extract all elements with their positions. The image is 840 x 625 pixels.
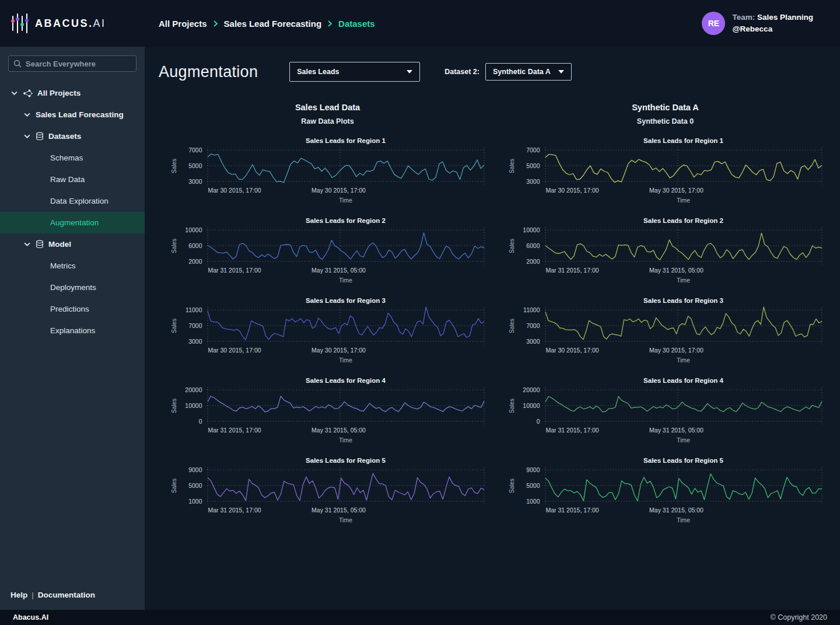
x-axis-label: Time (544, 357, 824, 364)
series-line (545, 474, 822, 501)
footer-brand[interactable]: Abacus.AI (13, 613, 48, 621)
plot-svg (544, 466, 824, 505)
x-tick: Mar 31 2015, 17:00 (208, 507, 261, 514)
search-box[interactable] (8, 55, 136, 72)
x-tick-labels: Mar 30 2015, 17:00May 30 2015, 17:00 (206, 345, 486, 354)
y-tick: 2000 (188, 258, 202, 265)
series-line (545, 154, 822, 182)
dataset2-dropdown[interactable]: Synthetic Data A (485, 63, 572, 81)
x-tick: May 31 2015, 05:00 (649, 507, 704, 514)
chart-left: Sales Leads for Region 2Sales10000600020… (170, 217, 486, 284)
y-tick: 10000 (185, 402, 202, 409)
help-link[interactable]: Help (10, 591, 27, 599)
chart-title: Sales Leads for Region 4 (544, 377, 824, 384)
y-tick: 5000 (188, 482, 202, 489)
documentation-link[interactable]: Documentation (38, 591, 95, 599)
y-axis-label: Sales (508, 386, 516, 425)
y-tick: 7000 (188, 146, 202, 153)
x-tick: Mar 31 2015, 17:00 (546, 427, 599, 434)
y-tick: 1000 (526, 498, 540, 505)
chevron-down-icon (23, 132, 31, 140)
series-line (208, 396, 484, 412)
sidebar-item-all-projects[interactable]: All Projects (0, 82, 145, 104)
brand-logo[interactable]: ABACUS.AI (0, 13, 145, 34)
x-tick-labels: Mar 30 2015, 17:00May 30 2015, 17:00 (206, 186, 486, 194)
chart-title: Sales Leads for Region 4 (206, 377, 486, 384)
footer-bar: Abacus.AI © Copyright 2020 (0, 610, 840, 625)
x-axis-label: Time (544, 437, 824, 444)
y-tick-labels: 20000100000 (516, 386, 544, 425)
sidebar-item-datasets[interactable]: Datasets (0, 125, 145, 147)
breadcrumb-project[interactable]: Sales Lead Forecasting (224, 19, 322, 29)
series-line (208, 473, 484, 501)
y-axis-label: Sales (170, 466, 178, 505)
raw-chart-list: Sales Leads for Region 1Sales70005000300… (170, 137, 486, 537)
x-tick: May 31 2015, 05:00 (312, 267, 366, 274)
breadcrumb-all-projects[interactable]: All Projects (159, 19, 207, 29)
network-icon (23, 89, 33, 97)
sidebar-item-label: Metrics (50, 261, 76, 270)
y-tick: 20000 (523, 386, 540, 393)
plot-area (206, 226, 486, 266)
x-tick: May 30 2015, 17:00 (312, 187, 366, 194)
chart-title: Sales Leads for Region 3 (206, 297, 486, 304)
y-tick: 3000 (188, 178, 202, 185)
database-icon (36, 240, 44, 249)
chart-right: Sales Leads for Region 5Sales90005000100… (508, 457, 824, 523)
chart-right: Sales Leads for Region 2Sales10000600020… (508, 217, 824, 284)
search-icon (13, 60, 22, 68)
y-axis-label: Sales (508, 146, 516, 186)
x-axis-label: Time (206, 197, 486, 204)
sidebar-item-raw-data[interactable]: Raw Data (0, 169, 145, 190)
chart-body: Sales1100070003000 (508, 306, 824, 345)
series-line (208, 154, 484, 183)
plot-area (206, 306, 486, 345)
sidebar-item-metrics[interactable]: Metrics (0, 255, 145, 277)
sidebar-item-label: Explanations (50, 326, 95, 335)
sidebar-item-deployments[interactable]: Deployments (0, 277, 145, 298)
y-tick-labels: 1000060002000 (178, 226, 206, 266)
plot-svg (206, 226, 486, 266)
y-tick: 11000 (186, 306, 202, 313)
sidebar-item-label: Datasets (48, 132, 81, 141)
x-tick-labels: Mar 31 2015, 17:00May 31 2015, 05:00 (544, 505, 824, 514)
sidebar-item-explanations[interactable]: Explanations (0, 320, 145, 341)
chart-body: Sales20000100000 (508, 386, 824, 425)
avatar[interactable]: RE (702, 12, 725, 35)
y-tick: 7000 (188, 322, 202, 329)
chart-body: Sales900050001000 (170, 466, 486, 505)
y-axis-label: Sales (508, 306, 516, 345)
chevron-down-icon (23, 132, 31, 140)
y-axis-label: Sales (170, 226, 178, 266)
plot-area (206, 146, 486, 186)
user-info: Team: Sales Planning @Rebecca (732, 12, 813, 34)
chart-left: Sales Leads for Region 5Sales90005000100… (170, 457, 486, 523)
chart-right: Sales Leads for Region 1Sales70005000300… (508, 137, 824, 204)
sidebar-item-sales-lead-forecasting[interactable]: Sales Lead Forecasting (0, 104, 145, 125)
sidebar-item-schemas[interactable]: Schemas (0, 147, 145, 169)
y-axis-label: Sales (508, 466, 516, 505)
search-input[interactable] (26, 60, 131, 68)
column-title: Sales Lead Data (295, 103, 360, 112)
column-title: Synthetic Data A (632, 103, 699, 112)
user-area[interactable]: RE Team: Sales Planning @Rebecca (702, 12, 840, 35)
y-axis-label: Sales (170, 386, 178, 425)
sidebar-item-predictions[interactable]: Predictions (0, 298, 145, 320)
link-separator: | (32, 591, 34, 599)
chart-title: Sales Leads for Region 1 (544, 137, 824, 144)
sidebar-item-augmentation[interactable]: Augmentation (0, 212, 145, 233)
chevron-down-icon (10, 89, 18, 97)
breadcrumb-datasets[interactable]: Datasets (338, 19, 375, 29)
y-tick-labels: 1000060002000 (516, 226, 544, 266)
sidebar-item-data-exploration[interactable]: Data Exploration (0, 190, 145, 212)
y-tick-labels: 1100070003000 (516, 306, 544, 345)
x-axis-label: Time (206, 357, 486, 364)
sidebar-item-model[interactable]: Model (0, 233, 145, 255)
x-tick: May 30 2015, 17:00 (649, 347, 704, 354)
y-tick-labels: 700050003000 (178, 146, 206, 186)
dataset1-dropdown[interactable]: Sales Leads (289, 62, 420, 82)
y-tick: 3000 (526, 178, 540, 185)
plot-area (544, 386, 824, 425)
x-tick: Mar 31 2015, 17:00 (546, 507, 599, 514)
y-tick: 5000 (188, 162, 202, 169)
